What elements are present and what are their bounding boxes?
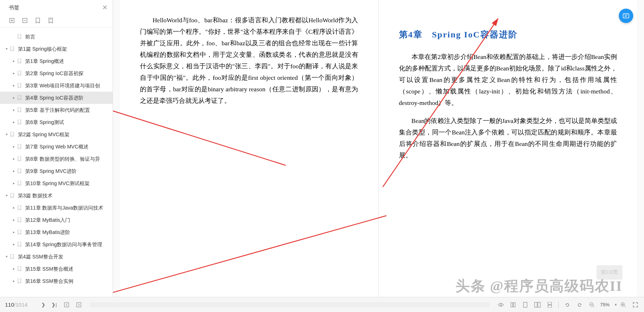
bookmark-item[interactable]: ▸第7章 Spring Web MVC概述 (0, 141, 113, 153)
svg-line-26 (624, 306, 626, 307)
bookmark-icon (17, 230, 23, 235)
svg-point-14 (500, 304, 502, 306)
bookmark-label: 第4篇 SSM整合开发 (18, 253, 63, 261)
right-paragraph-2: Bean的依赖注入类型除了一般的Java对象类型之外，也可以是简单类型或集合类型… (399, 115, 617, 161)
bookmark-label: 第7章 Spring Web MVC概述 (25, 143, 89, 151)
right-paragraph-1: 本章在第2章初步介绍Bean和依赖配置的基础上，将进一步介绍Bean实例化的多种… (399, 51, 617, 109)
bookmark-item[interactable]: ▸第14章 Spring数据访问与事务管理 (0, 238, 113, 251)
expand-arrow-icon[interactable]: ▸ (13, 155, 17, 163)
expand-arrow-icon[interactable]: ▸ (13, 167, 17, 175)
prev-view-icon[interactable] (63, 301, 70, 308)
eye-icon[interactable] (497, 301, 504, 308)
close-sidebar-button[interactable]: ✕ (102, 4, 108, 12)
rotate-left-icon[interactable] (564, 301, 571, 308)
fit-page-icon[interactable] (509, 301, 517, 308)
expand-arrow-icon[interactable]: ▸ (13, 265, 17, 273)
expand-arrow-icon[interactable]: ▸ (13, 106, 17, 114)
bookmark-icon (17, 205, 23, 210)
bookmark-label: 第11章 数据库与Java数据访问技术 (25, 204, 103, 212)
expand-arrow-icon[interactable]: ▸ (13, 69, 17, 77)
expand-all-icon[interactable] (9, 17, 15, 24)
bookmark-label: 第5章 基于注解和代码的配置 (25, 106, 90, 114)
next-view-icon[interactable] (75, 301, 82, 308)
bookmark-label: 第13章 MyBatis进阶 (25, 228, 70, 236)
expand-arrow-icon[interactable]: ▸ (13, 118, 17, 126)
expand-arrow-icon[interactable]: ▸ (13, 204, 17, 212)
bookmark-item[interactable]: ▾第3篇 数据技术 (0, 189, 113, 202)
zoom-out-icon[interactable] (588, 301, 595, 308)
svg-rect-15 (511, 303, 513, 307)
bookmark-item[interactable]: ▸第12章 MyBatis入门 (0, 214, 113, 226)
bookmark-item[interactable]: ▸第3章 Web项目环境搭建与项目创 (0, 79, 113, 92)
bookmark-item[interactable]: ▾第1篇 Spring核心框架 (0, 43, 113, 55)
zoom-dropdown-icon[interactable]: ▼ (614, 303, 617, 307)
bookmark-item[interactable]: ▸第13章 MyBatis进阶 (0, 226, 113, 238)
expand-arrow-icon[interactable]: ▸ (13, 179, 17, 187)
current-page: 110 (5, 302, 14, 308)
single-page-icon[interactable] (522, 301, 529, 308)
bookmark-item[interactable]: 前言 (0, 31, 113, 43)
watermark-text: 头条 @程序员高级码农II (455, 276, 622, 296)
expand-arrow-icon[interactable]: ▸ (13, 216, 17, 224)
svg-rect-20 (548, 302, 552, 304)
bookmark-icon (17, 95, 23, 100)
expand-arrow-icon[interactable]: ▸ (13, 82, 17, 90)
expand-arrow-icon[interactable]: ▸ (13, 57, 17, 65)
bookmark-item[interactable]: ▸第6章 Spring测试 (0, 116, 113, 128)
bookmark-item[interactable]: ▸第11章 数据库与Java数据访问技术 (0, 202, 113, 214)
bookmark-filled-icon[interactable] (47, 17, 54, 24)
svg-rect-21 (548, 305, 552, 308)
expand-arrow-icon[interactable]: ▾ (6, 130, 10, 138)
bookmark-label: 第1篇 Spring核心框架 (18, 45, 67, 53)
bookmark-item[interactable]: ▸第15章 SSM整合概述 (0, 263, 113, 275)
pages-area: HelloWorld与foo、bar和baz：很多语言和入门教程都以HelloW… (113, 0, 644, 312)
expand-arrow-icon[interactable]: ▸ (13, 277, 17, 285)
fullscreen-icon[interactable] (632, 301, 639, 308)
bookmark-item[interactable]: ▾第2篇 Spring MVC框架 (0, 128, 113, 141)
next-page-icon[interactable]: ❯ (40, 301, 47, 308)
bottom-right-group: 75% ▼ (497, 301, 639, 308)
horizontal-scrollbar[interactable] (90, 302, 490, 307)
bookmark-icon (17, 279, 23, 284)
expand-arrow-icon[interactable]: ▾ (6, 45, 10, 53)
expand-arrow-icon[interactable]: ▸ (13, 143, 17, 151)
bookmark-icon (17, 169, 23, 174)
bookmark-icon (17, 217, 23, 222)
chapter-title: 第4章 Spring IoC容器进阶 (399, 29, 617, 40)
zoom-in-icon[interactable] (620, 301, 627, 308)
bookmark-item[interactable]: ▾第4篇 SSM整合开发 (0, 251, 113, 263)
bookmark-item[interactable]: ▸第4章 Spring IoC容器进阶 (0, 92, 113, 104)
expand-arrow-icon[interactable]: ▾ (6, 253, 10, 261)
bookmark-icon (10, 193, 16, 198)
collapse-all-icon[interactable] (22, 17, 28, 24)
bookmark-item[interactable]: ▸第10章 Spring MVC测试框架 (0, 177, 113, 189)
bookmark-item[interactable]: ▸第1章 Spring概述 (0, 55, 113, 67)
bookmark-item[interactable]: ▸第5章 基于注解和代码的配置 (0, 104, 113, 116)
bookmark-item[interactable]: ▸第2章 Spring IoC容器初探 (0, 67, 113, 79)
expand-arrow-icon[interactable]: ▸ (13, 94, 17, 102)
bookmark-label: 第6章 Spring测试 (25, 118, 64, 126)
page-number-display[interactable]: 110/1014 (5, 302, 28, 308)
expand-arrow-icon[interactable]: ▸ (13, 228, 17, 236)
continuous-icon[interactable] (546, 301, 553, 308)
bookmark-label: 第10章 Spring MVC测试框架 (25, 179, 90, 187)
bookmark-label: 第2篇 Spring MVC框架 (18, 130, 69, 138)
bookmark-list[interactable]: 前言▾第1篇 Spring核心框架▸第1章 Spring概述▸第2章 Sprin… (0, 28, 113, 312)
left-paragraph-1: HelloWorld与foo、bar和baz：很多语言和入门教程都以HelloW… (140, 14, 358, 106)
bookmark-outline-icon[interactable] (35, 17, 41, 24)
last-page-icon[interactable]: ❯| (51, 301, 58, 308)
rotate-right-icon[interactable] (576, 301, 583, 308)
expand-arrow-icon[interactable]: ▾ (6, 192, 10, 199)
bookmark-item[interactable]: ▸第9章 Spring MVC进阶 (0, 165, 113, 177)
svg-line-23 (593, 306, 594, 307)
bookmark-item[interactable]: ▸第8章 数据类型的转换、验证与异 (0, 153, 113, 165)
svg-rect-12 (64, 303, 69, 307)
bookmark-label: 第2章 Spring IoC容器初探 (25, 69, 83, 77)
bookmark-item[interactable]: ▸第16章 SSM整合实例 (0, 275, 113, 287)
floating-help-button[interactable] (619, 9, 633, 23)
expand-arrow-icon[interactable]: ▸ (13, 240, 17, 248)
two-page-icon[interactable] (534, 301, 541, 308)
bookmark-label: 第8章 数据类型的转换、验证与异 (25, 155, 100, 163)
zoom-value[interactable]: 75% (598, 302, 612, 307)
bookmark-icon (17, 34, 23, 39)
